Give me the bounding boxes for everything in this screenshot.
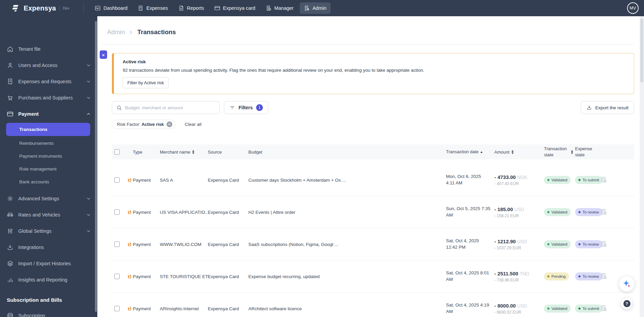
column-header-date[interactable]: Transaction date bbox=[446, 149, 491, 155]
transaction-date-cell: Sat, Oct 4, 2025 4:19 AM bbox=[446, 302, 491, 315]
type-cell: Payment bbox=[133, 242, 151, 247]
budget-cell: SaaS subscriptions (Notion, Figma, Googl… bbox=[248, 242, 390, 247]
sidebar-subitem-reimbursements[interactable]: Reimbursements bbox=[0, 137, 97, 150]
nav-item-reports[interactable]: Reports bbox=[174, 2, 208, 14]
page-scrollbar-thumb[interactable] bbox=[640, 18, 643, 83]
table-row[interactable]: Payment STE TOURISTIQUE ET... Expensya C… bbox=[112, 261, 634, 293]
sort-asc-icon[interactable] bbox=[480, 151, 482, 153]
sort-icon[interactable] bbox=[192, 150, 194, 154]
brand[interactable]: Expensya Dev bbox=[0, 3, 69, 13]
sidebar-nav: Tenant fileUsers and AccessExpenses and … bbox=[0, 16, 97, 288]
sidebar-item-label: Users and Access bbox=[18, 63, 57, 68]
risk-factor-chip[interactable]: Risk Factor: Active risk ✕ bbox=[112, 120, 176, 129]
transaction-date-cell: Mon, Oct 6, 2025 4:11 AM bbox=[446, 174, 491, 186]
sidebar-item-subscription[interactable]: Subscription bbox=[0, 308, 97, 317]
collapse-sidebar-button[interactable]: « bbox=[100, 50, 107, 59]
sidebar-item-users-and-access[interactable]: Users and Access bbox=[0, 57, 97, 73]
table-row[interactable]: Payment WWW.TWILIO.COM Expensya Card Saa… bbox=[112, 228, 634, 261]
filters-count-badge: 1 bbox=[256, 104, 263, 111]
export-result-button[interactable]: Export the result bbox=[581, 101, 634, 114]
expense-state-badge: To submit bbox=[575, 304, 602, 313]
page-title: Transactions bbox=[137, 28, 176, 36]
sidebar-subitem-role-management[interactable]: Role management bbox=[0, 162, 97, 175]
filter-by-active-risk-button[interactable]: Filter by Active risk bbox=[123, 77, 169, 88]
expense-document-icon[interactable] bbox=[600, 305, 608, 312]
nav-item-manager[interactable]: Manager bbox=[262, 2, 298, 14]
transactions-table: Type Merchant name Source Budget Transac… bbox=[112, 144, 634, 317]
search-input[interactable] bbox=[125, 105, 215, 110]
sidebar-scrollbar[interactable] bbox=[95, 21, 97, 312]
page-scrollbar[interactable] bbox=[640, 16, 644, 317]
source-cell: Expensya Card bbox=[208, 178, 239, 183]
amount-cell: - 2511.500TND - 738.86 EUR bbox=[494, 271, 529, 282]
chevron-right-icon bbox=[128, 30, 133, 35]
sidebar-item-payment[interactable]: Payment bbox=[0, 106, 97, 122]
remove-chip-icon[interactable]: ✕ bbox=[167, 121, 172, 127]
sidebar-item-advanced-settings[interactable]: Advanced Settings bbox=[0, 190, 97, 207]
gear-icon bbox=[7, 195, 14, 202]
sort-icon[interactable] bbox=[571, 150, 573, 154]
sidebar-item-global-settings[interactable]: Global Settings bbox=[0, 223, 97, 239]
sidebar-subitem-label: Reimbursements bbox=[19, 141, 54, 146]
sidebar-subitem-payment-instruments[interactable]: Payment instruments bbox=[0, 150, 97, 162]
sidebar-item-import-export-histories[interactable]: Import / Export Histories bbox=[0, 255, 97, 272]
expense-document-icon[interactable] bbox=[600, 273, 608, 280]
search-box[interactable] bbox=[112, 101, 220, 114]
bar-chart-icon bbox=[7, 276, 14, 283]
breadcrumb-divider bbox=[102, 44, 634, 45]
column-header-expense-state[interactable]: Expense state bbox=[575, 146, 595, 158]
sidebar-item-insights-and-reporting[interactable]: Insights and Reporting bbox=[0, 272, 97, 288]
row-checkbox[interactable] bbox=[114, 242, 120, 247]
column-header-amount[interactable]: Amount bbox=[494, 150, 514, 155]
row-checkbox[interactable] bbox=[114, 306, 120, 311]
active-risk-flame-icon bbox=[127, 273, 132, 280]
nav-item-admin[interactable]: Admin bbox=[300, 2, 330, 14]
expense-document-icon[interactable] bbox=[600, 208, 608, 216]
clear-all-link[interactable]: Clear all bbox=[185, 122, 202, 127]
select-all-checkbox[interactable] bbox=[114, 149, 120, 155]
brand-name: Expensya bbox=[24, 4, 56, 12]
type-cell: Payment bbox=[133, 306, 151, 311]
sidebar-item-tenant-file[interactable]: Tenant file bbox=[0, 41, 97, 57]
help-button[interactable]: ? bbox=[621, 298, 633, 309]
status-dot bbox=[578, 211, 580, 213]
row-checkbox[interactable] bbox=[114, 177, 120, 183]
table-row[interactable]: Payment ARInsights-Internet Expensya Car… bbox=[112, 293, 634, 317]
sidebar-item-purchases-and-suppliers[interactable]: Purchases and Suppliers bbox=[0, 90, 97, 106]
sidebar-item-expenses-and-requests[interactable]: Expenses and Requests bbox=[0, 73, 97, 90]
sidebar-item-rates-and-vehicles[interactable]: Rates and Vehicles bbox=[0, 207, 97, 223]
amount-cell: - 4733.00NOK - 407.43 EUR bbox=[494, 174, 527, 186]
filters-button[interactable]: Filters 1 bbox=[224, 101, 268, 114]
column-header-merchant[interactable]: Merchant name bbox=[160, 150, 210, 155]
status-dot bbox=[547, 179, 549, 181]
table-row[interactable]: Payment SAS A Expensya Card Customer day… bbox=[112, 164, 634, 196]
active-risk-flame-icon bbox=[127, 305, 132, 312]
type-cell: Payment bbox=[133, 210, 151, 215]
nav-item-expensya-card[interactable]: Expensya card bbox=[210, 2, 259, 14]
nav-item-label: Expenses bbox=[146, 5, 168, 11]
nav-item-dashboard[interactable]: Dashboard bbox=[91, 2, 131, 14]
avatar[interactable]: MV bbox=[627, 2, 639, 14]
sidebar-item-label: Purchases and Suppliers bbox=[18, 95, 73, 100]
row-checkbox[interactable] bbox=[114, 209, 120, 215]
sidebar-subitem-bank-accounts[interactable]: Bank accounts bbox=[0, 175, 97, 188]
status-dot bbox=[578, 275, 580, 277]
chevron-down-icon bbox=[86, 196, 91, 201]
column-header-transaction-state[interactable]: Transaction state bbox=[544, 146, 573, 158]
row-checkbox[interactable] bbox=[114, 274, 120, 279]
sidebar-item-label: Expenses and Requests bbox=[18, 79, 71, 84]
column-header-budget[interactable]: Budget bbox=[248, 150, 390, 155]
sidebar-item-integrations[interactable]: Integrations bbox=[0, 239, 97, 255]
breadcrumb-parent[interactable]: Admin bbox=[107, 28, 125, 36]
sidebar-subitem-transactions[interactable]: Transactions bbox=[6, 123, 90, 136]
layers-icon bbox=[7, 260, 14, 267]
ai-assistant-button[interactable] bbox=[619, 276, 635, 292]
column-header-type[interactable]: Type bbox=[133, 150, 142, 155]
column-header-source[interactable]: Source bbox=[208, 150, 222, 155]
nav-item-expenses[interactable]: Expenses bbox=[133, 2, 172, 14]
expense-document-icon[interactable] bbox=[600, 241, 608, 248]
sort-icon[interactable] bbox=[512, 150, 514, 154]
table-row[interactable]: Payment US VISA APPLICATIO... Expensya C… bbox=[112, 196, 634, 228]
source-cell: Expensya Card bbox=[208, 242, 239, 247]
expense-document-icon[interactable] bbox=[600, 176, 608, 184]
